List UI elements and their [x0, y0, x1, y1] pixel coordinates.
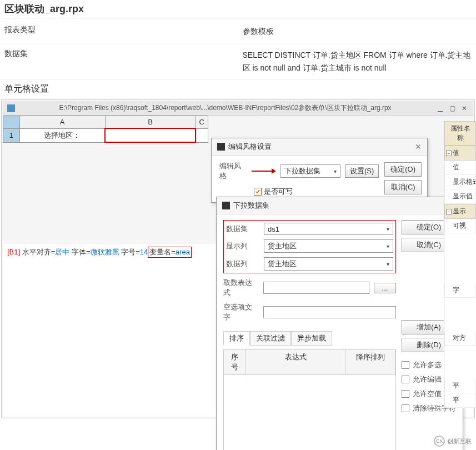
- cell-a1[interactable]: 选择地区：: [19, 128, 105, 142]
- tab-bar: 排序 关联过滤 异步加载: [223, 331, 396, 346]
- dialog1-title-bar: 编辑风格设置 ✕: [212, 138, 427, 156]
- dialog2-title-bar: 下拉数据集 ✕: [217, 197, 463, 214]
- app-icon: [7, 104, 15, 112]
- tab-sort[interactable]: 排序: [223, 331, 250, 346]
- chevron-down-icon: ▾: [387, 226, 389, 232]
- edit-style-select[interactable]: 下拉数据集 ▾: [280, 164, 340, 178]
- col-header-c[interactable]: C: [196, 116, 208, 129]
- prop-header: 属性名称: [444, 121, 476, 146]
- col-expr-header: 表达式: [246, 350, 345, 374]
- maximize-button[interactable]: ▢: [448, 104, 457, 113]
- corner-cell: [3, 116, 20, 129]
- clear-special-checkbox[interactable]: [402, 404, 409, 412]
- highlighted-fields: 数据集 ds1▾ 显示列 货主地区▾ 数据列 货主地区▾: [223, 220, 396, 273]
- svg-marker-1: [272, 168, 276, 174]
- col-header-a[interactable]: A: [19, 116, 105, 129]
- collapse-icon[interactable]: −: [446, 151, 452, 156]
- cell-grid: A B C 1 选择地区：: [3, 116, 208, 143]
- dialog1-title: 编辑风格设置: [228, 142, 272, 152]
- allow-multi-checkbox[interactable]: [402, 361, 409, 369]
- prop-item-h2[interactable]: 平: [444, 393, 476, 408]
- writable-checkbox[interactable]: ✔: [254, 188, 262, 196]
- tab-async[interactable]: 异步加载: [291, 331, 332, 346]
- data-col-label: 数据列: [226, 259, 259, 269]
- type-label: 报表类型: [0, 19, 238, 43]
- chevron-down-icon: ▾: [387, 243, 389, 249]
- empty-text-input[interactable]: [263, 306, 396, 318]
- prop-group-display[interactable]: −显示: [444, 204, 476, 219]
- prop-item-h1[interactable]: 平: [444, 379, 476, 393]
- arrow-icon: [252, 167, 276, 175]
- fetch-expr-label: 取数表达式: [223, 278, 259, 298]
- type-value: 参数模板: [238, 19, 477, 43]
- close-button[interactable]: ✕: [460, 104, 469, 113]
- cell-b1[interactable]: [105, 128, 196, 142]
- prop-item-value[interactable]: 值: [444, 161, 476, 175]
- collapse-icon[interactable]: −: [446, 209, 452, 214]
- editor-file-path: E:\Program Files (x86)\raqsoft_1804\repo…: [18, 103, 432, 113]
- sort-list[interactable]: [224, 375, 395, 450]
- watermark: CX 创新互联: [434, 436, 472, 447]
- ds-value: SELECT DISTINCT 订单.货主地区 FROM 订单 where 订单…: [238, 43, 477, 80]
- writable-label: 是否可写: [264, 187, 293, 197]
- prop-item-align[interactable]: 对方: [444, 331, 476, 346]
- dialog1-cancel-button[interactable]: 取消(C): [384, 180, 422, 194]
- dialog-icon: [222, 202, 230, 209]
- allow-edit-checkbox[interactable]: [402, 376, 409, 383]
- dialog1-ok-button[interactable]: 确定(O): [384, 162, 422, 177]
- col-header-b[interactable]: B: [105, 116, 196, 129]
- dialog1-close-icon[interactable]: ✕: [415, 142, 422, 151]
- settings-button[interactable]: 设置(S): [345, 164, 379, 178]
- prop-item-format[interactable]: 显示格式: [444, 175, 476, 189]
- logo-icon: CX: [434, 436, 445, 447]
- edit-style-label: 编辑风格: [219, 161, 247, 181]
- ds-label: 数据集: [0, 43, 238, 80]
- cell-c1[interactable]: [196, 128, 208, 142]
- row-header-1[interactable]: 1: [3, 128, 20, 142]
- display-col-select[interactable]: 货主地区▾: [264, 239, 393, 253]
- dialog2-title: 下拉数据集: [233, 201, 269, 211]
- chevron-down-icon: ▾: [334, 168, 337, 174]
- col-sort-header: 降序排列: [345, 350, 395, 374]
- prop-group-value[interactable]: −值: [444, 146, 476, 161]
- prop-item-visible[interactable]: 可视: [444, 219, 476, 233]
- status-cell-ref: [B1]: [7, 248, 20, 256]
- data-col-select[interactable]: 货主地区▾: [264, 257, 393, 271]
- tab-filter[interactable]: 关联过滤: [250, 331, 291, 346]
- page-title: 区块联动_arg.rpx: [0, 0, 476, 18]
- dataset-label: 数据集: [226, 224, 259, 234]
- cell-settings-header: 单元格设置: [0, 80, 476, 98]
- editor-title-bar: E:\Program Files (x86)\raqsoft_1804\repo…: [3, 101, 473, 116]
- prop-item-display-value[interactable]: 显示值: [444, 189, 476, 204]
- minimize-button[interactable]: ▁: [435, 104, 444, 113]
- display-col-label: 显示列: [226, 241, 259, 251]
- chevron-down-icon: ▾: [387, 261, 389, 267]
- col-index-header: 序号: [224, 350, 246, 374]
- prop-item-font[interactable]: 字: [444, 283, 476, 298]
- sort-panel: 序号 表达式 降序排列: [223, 349, 396, 450]
- edit-style-dialog: 编辑风格设置 ✕ 编辑风格 下拉数据集 ▾ 设置(S) ✔ 是否可写 确定(O)…: [211, 138, 428, 203]
- allow-null-checkbox[interactable]: [402, 390, 409, 398]
- dataset-select[interactable]: ds1▾: [264, 223, 393, 235]
- dropdown-dataset-dialog: 下拉数据集 ✕ 数据集 ds1▾ 显示列 货主地区▾ 数据列 货主地区▾ 取数表…: [216, 197, 463, 450]
- empty-text-label: 空选项文字: [223, 302, 259, 322]
- info-table: 报表类型 参数模板 数据集 SELECT DISTINCT 订单.货主地区 FR…: [0, 19, 476, 80]
- property-panel: 属性名称 −值 值 显示格式 显示值 −显示 可视 字 对方 平 平: [444, 121, 476, 408]
- dialog-icon: [217, 143, 225, 151]
- fetch-expr-browse-button[interactable]: ...: [374, 283, 396, 293]
- check-icon: ✔: [255, 188, 260, 196]
- fetch-expr-input[interactable]: [263, 282, 369, 294]
